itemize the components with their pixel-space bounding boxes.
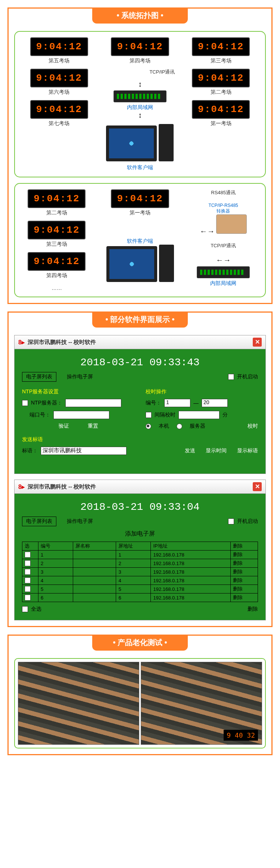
- cell-no: 3: [38, 568, 73, 576]
- titlebar-2: 8▸ 深圳市讯鹏科技 -- 校时软件 ✕: [15, 480, 265, 494]
- show-time-button[interactable]: 显示时间: [206, 447, 227, 454]
- ntp-checkbox[interactable]: [22, 400, 28, 406]
- converter-icon: [216, 214, 247, 234]
- row-checkbox[interactable]: [25, 552, 31, 558]
- cell-del[interactable]: 删除: [231, 559, 258, 568]
- verify-button[interactable]: 验证: [59, 423, 69, 430]
- exam-room-6: 9:04:12 第六考场: [21, 69, 98, 96]
- screen-list-button[interactable]: 电子屏列表: [22, 372, 56, 382]
- server-label: 服务器: [190, 423, 205, 430]
- row-checkbox[interactable]: [25, 560, 31, 566]
- close-icon[interactable]: ✕: [253, 338, 262, 347]
- table-row: 22192.168.0.178删除: [22, 559, 258, 568]
- slogan-input[interactable]: 深圳市讯鹏科技: [41, 447, 127, 455]
- cell-name: [73, 559, 116, 568]
- send-button[interactable]: 发送: [185, 447, 195, 454]
- ellipsis-label: ……: [21, 285, 93, 291]
- app-window-2: 8▸ 深圳市讯鹏科技 -- 校时软件 ✕ 2018-03-21 09:33:04…: [14, 480, 266, 620]
- cell-del[interactable]: 删除: [231, 585, 258, 593]
- cell-del[interactable]: 删除: [231, 593, 258, 602]
- interval-checkbox[interactable]: [146, 412, 152, 418]
- slogan-label: 标语：: [22, 447, 38, 454]
- calibrate-button[interactable]: 校时: [248, 423, 258, 430]
- select-all-label: 全选: [31, 606, 41, 613]
- row-checkbox[interactable]: [25, 586, 31, 592]
- ntp-server-input[interactable]: [65, 399, 121, 407]
- cell-addr: 6: [116, 593, 151, 602]
- cell-del[interactable]: 删除: [231, 551, 258, 559]
- local-radio[interactable]: [146, 424, 151, 429]
- row-checkbox[interactable]: [25, 569, 31, 575]
- col-ip: IP地址: [151, 542, 231, 551]
- autostart-checkbox[interactable]: [228, 374, 234, 380]
- aging-photo-2: 9 40 32: [141, 662, 262, 745]
- cell-ip: 192.168.0.178: [151, 568, 231, 576]
- cell-no: 4: [38, 576, 73, 585]
- app-icon: 8▸: [18, 339, 25, 346]
- row-checkbox[interactable]: [25, 595, 31, 601]
- section-header-software: • 部分软件界面展示 •: [92, 311, 188, 328]
- reset-button[interactable]: 重置: [88, 423, 98, 430]
- cell-name: [73, 585, 116, 593]
- table-row: 55192.168.0.178删除: [22, 585, 258, 593]
- local-label: 本机: [159, 423, 169, 430]
- cell-addr: 4: [116, 576, 151, 585]
- close-icon[interactable]: ✕: [253, 482, 262, 491]
- table-title: 添加电子屏: [22, 530, 258, 538]
- autostart-checkbox-2[interactable]: [228, 518, 234, 524]
- interval-label: 间隔校时: [155, 412, 175, 418]
- arrow-icon: ↕: [138, 111, 142, 119]
- number-to-input[interactable]: 20: [202, 399, 228, 407]
- screen-list-button-2[interactable]: 电子屏列表: [22, 517, 56, 526]
- exam-room-t2-2: 9:04:12 第二考场: [21, 189, 93, 216]
- cell-name: [73, 593, 116, 602]
- cell-no: 2: [38, 559, 73, 568]
- arrow-icon: ←→: [200, 227, 215, 235]
- cell-addr: 3: [116, 568, 151, 576]
- cell-del[interactable]: 删除: [231, 568, 258, 576]
- col-select: 选: [22, 542, 38, 551]
- lan-label: 内部局域网: [113, 104, 167, 111]
- table-row: 44192.168.0.178删除: [22, 576, 258, 585]
- section-topology: • 系统拓扑图 • 9:04:12 第五考场 9:04:12 第六考场 9:04…: [7, 7, 273, 304]
- show-slogan-button[interactable]: 显示标语: [237, 447, 258, 454]
- section-aging: • 产品老化测试 • 9 40 32: [7, 635, 273, 755]
- autostart-label-2: 开机启动: [237, 518, 258, 525]
- port-input[interactable]: [53, 411, 109, 419]
- server-radio[interactable]: [177, 424, 182, 429]
- cell-name: [73, 576, 116, 585]
- pc-tower-icon: [159, 245, 174, 282]
- cell-name: [73, 551, 116, 559]
- cell-ip: 192.168.0.178: [151, 576, 231, 585]
- screen-table: 选 编号 屏名称 屏地址 IP地址 删除 11192.168.0.178删除22…: [22, 542, 258, 602]
- exam-room-1: 9:04:12 第一考场: [182, 100, 259, 127]
- select-all-checkbox[interactable]: [22, 606, 28, 612]
- titlebar: 8▸ 深圳市讯鹏科技 -- 校时软件 ✕: [15, 335, 265, 349]
- section-header-topology: • 系统拓扑图 •: [92, 7, 188, 24]
- monitor-icon: [106, 246, 157, 282]
- row-checkbox[interactable]: [25, 577, 31, 583]
- rs485-label: RS485通讯: [211, 189, 236, 196]
- section-software: • 部分软件界面展示 • 8▸ 深圳市讯鹏科技 -- 校时软件 ✕ 2018-0…: [7, 311, 273, 627]
- exam-room-5: 9:04:12 第五考场: [21, 37, 98, 64]
- aging-photo-row: 9 40 32: [14, 658, 266, 748]
- interval-input[interactable]: [178, 411, 220, 419]
- window-title-2: 深圳市讯鹏科技 -- 校时软件: [28, 483, 253, 490]
- app-window-1: 8▸ 深圳市讯鹏科技 -- 校时软件 ✕ 2018-03-21 09:33:43…: [14, 335, 266, 474]
- cell-del[interactable]: 删除: [231, 576, 258, 585]
- tcpip-label: TCP/IP通讯: [149, 69, 175, 75]
- tcpip-label-2: TCP/IP通讯: [211, 242, 236, 249]
- autostart-label: 开机启动: [237, 373, 258, 380]
- converter-label: TCP/IP-RS485 转换器: [200, 203, 247, 214]
- aging-photo-1: [18, 662, 139, 745]
- col-addr: 屏地址: [116, 542, 151, 551]
- exam-room-4: 9:04:12 第四考场: [111, 37, 169, 64]
- exam-room-2: 9:04:12 第二考场: [182, 69, 259, 96]
- datetime-display-2: 2018-03-21 09:33:04: [22, 501, 258, 513]
- number-from-input[interactable]: 1: [164, 399, 190, 407]
- calibrate-section-title: 校时操作: [146, 388, 258, 395]
- monitor-icon: [106, 125, 157, 161]
- client-pc-2: 软件客户端: [106, 236, 174, 283]
- cell-addr: 5: [116, 585, 151, 593]
- col-del: 删除: [231, 542, 258, 551]
